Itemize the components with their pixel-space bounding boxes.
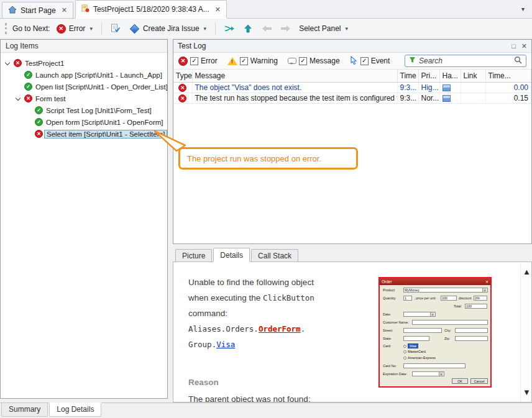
- collapse-icon[interactable]: [4, 60, 11, 66]
- tab-start-page[interactable]: Start Page ✕: [2, 2, 73, 18]
- col-time[interactable]: Time: [397, 70, 418, 82]
- of-label: Street:: [383, 329, 393, 332]
- search-input[interactable]: [419, 57, 511, 65]
- col-has-picture[interactable]: Ha...: [439, 70, 461, 82]
- tab-list-dropdown-icon[interactable]: ▾: [521, 6, 525, 12]
- event-checkbox[interactable]: ✓: [360, 57, 369, 65]
- of-button: Cancel: [470, 378, 488, 384]
- col-link[interactable]: Link: [461, 70, 485, 82]
- search-icon: [514, 56, 522, 66]
- tree-item-label: TestProject1: [25, 60, 64, 67]
- of-field: ▾: [412, 371, 444, 376]
- collapse-icon[interactable]: [15, 96, 21, 102]
- jira-diamond-icon: [130, 24, 140, 34]
- col-time-diff[interactable]: Time...: [485, 70, 531, 82]
- tree-item-open-form[interactable]: ✓ Open form [Script\Unit1 - OpenForm]: [1, 116, 167, 128]
- orderform-error-link[interactable]: OrderForm: [259, 324, 301, 334]
- test-log-icon: [81, 4, 89, 14]
- tab-summary[interactable]: Summary: [1, 403, 48, 417]
- radio-icon: [403, 357, 406, 360]
- tab-log-details[interactable]: Log Details: [49, 403, 101, 417]
- filter-warning[interactable]: ✓ Warning: [227, 57, 278, 65]
- tab-label: Log Details: [57, 405, 94, 414]
- link-cell: [461, 82, 485, 93]
- maximize-panel-icon[interactable]: □: [511, 42, 516, 50]
- of-titlebar: Order ✕: [380, 278, 490, 285]
- details-line: Unable to find the following object: [188, 275, 375, 290]
- forward-arrow-icon[interactable]: [278, 21, 293, 36]
- col-type[interactable]: Type: [173, 70, 192, 82]
- tab-call-stack[interactable]: Call Stack: [251, 249, 298, 261]
- col-message[interactable]: Message: [192, 70, 397, 82]
- document-check-icon[interactable]: [108, 21, 123, 36]
- tree-item-script-test-log[interactable]: ✓ Script Test Log [Unit1\Form_Test]: [1, 104, 167, 116]
- tab-label: TestProject1 5/18/2020 9:38:43 A...: [93, 5, 209, 14]
- select-panel-button[interactable]: Select Panel ▾: [296, 22, 351, 35]
- time-diff-cell: 0.00: [485, 82, 531, 93]
- error-icon: ✕: [178, 94, 186, 102]
- col-priority[interactable]: Pri...: [418, 70, 439, 82]
- error-checkbox[interactable]: ✓: [190, 57, 198, 65]
- branch-arrows-icon[interactable]: [222, 21, 237, 36]
- select-panel-label: Select Panel: [299, 24, 341, 33]
- log-row[interactable]: ✕ The object "Visa" does not exist. 9:3.…: [173, 82, 531, 93]
- tree-item-label: Form test: [35, 95, 66, 102]
- test-log-header: Test Log □ ✕: [173, 40, 531, 53]
- back-arrow-icon[interactable]: [259, 21, 274, 36]
- of-label: Quantity: [383, 296, 395, 300]
- table-header-row: Type Message Time Pri... Ha... Link Time…: [173, 70, 531, 82]
- tree-item-form-test[interactable]: ✕ Form test: [1, 93, 167, 104]
- tab-picture[interactable]: Picture: [175, 249, 212, 261]
- order-form-screenshot: Order ✕ Product MyMoney▾ Quantity 1 , pr…: [378, 277, 492, 388]
- log-row[interactable]: ✕ The test run has stopped because the t…: [173, 93, 531, 103]
- visa-link[interactable]: Visa: [216, 340, 235, 349]
- close-tab-icon[interactable]: ✕: [62, 6, 67, 14]
- filter-error[interactable]: ✕ ✓ Error: [178, 57, 218, 66]
- tab-test-result[interactable]: TestProject1 5/18/2020 9:38:43 A... ✕: [75, 0, 227, 18]
- test-log-panel: Test Log □ ✕ ✕ ✓ Error ✓ Warning ✓ Messa…: [173, 39, 532, 244]
- message-checkbox[interactable]: ✓: [299, 57, 307, 65]
- warning-icon: [227, 57, 237, 65]
- scroll-down-icon[interactable]: ▼: [523, 388, 531, 397]
- error-status-icon: ✕: [35, 130, 43, 138]
- warning-checkbox[interactable]: ✓: [240, 57, 248, 65]
- go-to-next-error-button[interactable]: ✕ Error ▾: [54, 22, 95, 35]
- tab-details[interactable]: Details: [213, 248, 250, 261]
- details-line: when executing the ClickButton: [188, 290, 375, 306]
- success-status-icon: ✓: [24, 83, 32, 91]
- separator: [101, 22, 102, 35]
- success-status-icon: ✓: [24, 71, 32, 79]
- filter-funnel-icon: [409, 57, 416, 65]
- document-tab-bar: Start Page ✕ TestProject1 5/18/2020 9:38…: [0, 0, 532, 19]
- chevron-down-icon: ▾: [204, 25, 207, 32]
- of-close-icon: ✕: [485, 279, 488, 284]
- scroll-up-icon[interactable]: ▲: [523, 267, 531, 276]
- of-label: Total:: [454, 304, 462, 308]
- search-box[interactable]: [405, 55, 526, 67]
- details-line: command:: [188, 306, 375, 321]
- filter-message[interactable]: ✓ Message: [288, 57, 340, 65]
- tree-item-select-item[interactable]: ✕ Select item [Script\Unit1 - SelectItem…: [1, 128, 167, 140]
- of-field: [412, 320, 488, 325]
- create-jira-issue-button[interactable]: Create Jira Issue ▾: [127, 22, 209, 35]
- message-cell: The test run has stopped because the tes…: [192, 93, 397, 103]
- close-tab-icon[interactable]: ✕: [215, 6, 221, 14]
- upload-arrow-icon[interactable]: [241, 21, 255, 36]
- tree-item-testproject1[interactable]: ✕ TestProject1: [1, 57, 167, 69]
- of-label: Product: [383, 288, 395, 292]
- of-label: Customer Name:: [383, 320, 409, 324]
- filter-event[interactable]: ✓ Event: [350, 56, 390, 66]
- toolbar-grip[interactable]: [5, 23, 7, 34]
- vertical-scrollbar[interactable]: ▲ ▼: [520, 262, 531, 402]
- of-dropdown-icon: ▾: [482, 288, 487, 292]
- time-cell: 9:3...: [397, 93, 418, 103]
- tree-item-open-list[interactable]: ✓ Open list [Script\Unit1 - Open_Order_L…: [1, 81, 167, 93]
- of-label: Card No:: [383, 364, 397, 368]
- panel-title: Log Items: [6, 42, 39, 50]
- tab-label: Start Page: [21, 6, 56, 15]
- go-to-next-label: Go to Next:: [12, 24, 50, 33]
- separator: [215, 22, 216, 35]
- close-panel-icon[interactable]: ✕: [521, 42, 527, 50]
- filter-label: Warning: [250, 57, 278, 65]
- tree-item-launch-app[interactable]: ✓ Launch app [Script\Unit1 - Launch_App]: [1, 69, 167, 81]
